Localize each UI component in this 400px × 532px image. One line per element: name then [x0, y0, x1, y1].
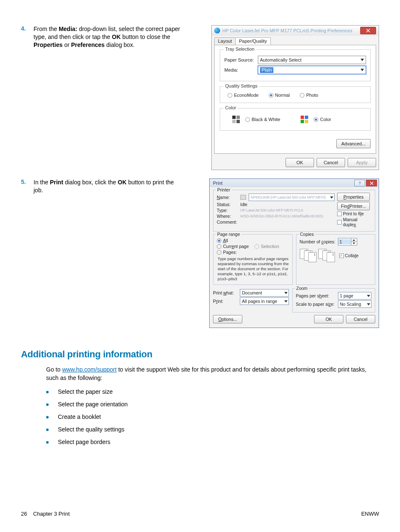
num-copies-spinner[interactable]: 1: [338, 238, 357, 245]
radio-icon: [269, 93, 273, 98]
radio-color[interactable]: Color: [314, 117, 331, 122]
zoom-legend: Zoom: [295, 286, 309, 291]
section-heading: Additional printing information: [21, 349, 379, 360]
cancel-button[interactable]: Cancel: [317, 158, 345, 167]
paper-source-value: Automatically Select: [260, 57, 301, 62]
pps-dropdown[interactable]: 1 page: [338, 292, 372, 300]
svg-rect-7: [305, 120, 308, 123]
bullet-icon: [46, 416, 49, 418]
ok-button[interactable]: OK: [286, 158, 314, 167]
bullet-list: Select the paper size Select the page or…: [46, 388, 379, 445]
radio-icon: [217, 238, 221, 243]
dlg2-title: Print: [213, 181, 223, 186]
hp-icon: [214, 28, 220, 34]
radio-bw[interactable]: Black & White: [245, 117, 280, 122]
name-label: Name:: [217, 195, 240, 200]
scale-dropdown[interactable]: No Scaling: [338, 300, 372, 308]
bullet-icon: [46, 441, 49, 444]
radio-icon: [255, 244, 259, 249]
zoom-group: Zoom Pages per sheet:1 page Scale to pap…: [292, 288, 376, 312]
manual-duplex-label: Manual duplex: [343, 217, 371, 227]
where-label: Where:: [217, 214, 240, 219]
chapter-label: Chapter 3 Print: [33, 511, 70, 517]
find-printer-button[interactable]: Find Printer...: [337, 202, 370, 210]
close-button[interactable]: [360, 27, 376, 34]
ok-button[interactable]: OK: [314, 315, 343, 323]
manual-duplex-checkbox[interactable]: [337, 220, 342, 225]
chevron-down-icon: [284, 300, 288, 302]
printer-name-dropdown[interactable]: NPI0514M8 (HP LaserJet 500 color MFP M57…: [249, 194, 335, 201]
chevron-down-icon: [284, 292, 288, 294]
radio-selection[interactable]: Selection: [255, 244, 279, 249]
pps-label: Pages per sheet:: [296, 293, 338, 298]
paper-source-dropdown[interactable]: Automatically Select: [258, 56, 366, 64]
chevron-up-icon: [353, 239, 355, 241]
tabstrip: Layout Paper/Quality: [212, 36, 379, 45]
chevron-down-icon: [361, 69, 364, 71]
close-button[interactable]: [366, 180, 377, 186]
type-value: HP LaserJet 500 color MFP M570 PCL6: [240, 208, 303, 212]
scale-label: Scale to paper size:: [296, 302, 338, 307]
list-item: Select page borders: [46, 439, 379, 445]
svg-rect-2: [232, 120, 236, 123]
advanced-button[interactable]: Advanced...: [336, 139, 371, 148]
media-dropdown[interactable]: Plain: [258, 66, 366, 74]
radio-economode[interactable]: EconoMode: [228, 93, 259, 98]
chevron-down-icon: [367, 295, 370, 297]
apply-button[interactable]: Apply: [348, 158, 376, 167]
close-icon: [370, 181, 374, 185]
chevron-down-icon: [361, 59, 364, 61]
tab-paper-quality[interactable]: Paper/Quality: [235, 37, 271, 45]
collate-checkbox[interactable]: [339, 253, 344, 258]
properties-button[interactable]: Properties: [337, 193, 370, 201]
radio-normal[interactable]: Normal: [269, 93, 290, 98]
radio-current-page[interactable]: Current page: [217, 244, 249, 249]
options-button[interactable]: Options...: [213, 315, 242, 323]
radio-all[interactable]: All: [217, 238, 289, 243]
tab-layout[interactable]: Layout: [214, 37, 236, 45]
list-item: Select the page orientation: [46, 401, 379, 408]
status-value: Idle: [240, 202, 247, 207]
radio-pages[interactable]: Pages:: [217, 250, 289, 255]
print-label: Print:: [213, 299, 240, 304]
svg-rect-3: [236, 120, 240, 123]
step5-text: In the Print dialog box, click the OK bu…: [34, 178, 184, 194]
paper-source-label: Paper Source:: [224, 57, 258, 62]
comment-label: Comment:: [217, 220, 240, 225]
help-button[interactable]: ?: [354, 180, 365, 186]
section-paragraph: Go to www.hp.com/support to visit the su…: [46, 366, 379, 382]
num-copies-label: Number of copies:: [300, 239, 335, 244]
collate-label: Collate: [345, 253, 359, 258]
pages-hint: Type page numbers and/or page ranges sep…: [217, 256, 289, 281]
svg-rect-0: [232, 116, 236, 119]
cancel-button[interactable]: Cancel: [346, 315, 375, 323]
media-value: Plain: [260, 67, 273, 73]
quality-settings-legend: Quality Settings: [223, 83, 259, 88]
bullet-icon: [46, 391, 49, 393]
support-link[interactable]: www.hp.com/support: [62, 366, 117, 373]
bw-icon: [232, 115, 240, 124]
dlg1-titlebar: HP Color LaserJet Pro MFP M177 PCLmS Pri…: [212, 26, 379, 36]
step4-text: From the Media: drop-down list, select t…: [34, 25, 184, 49]
chevron-down-icon: [353, 243, 355, 244]
radio-photo[interactable]: Photo: [300, 93, 318, 98]
collate-icon: 1: [308, 252, 317, 262]
color-legend: Color: [223, 105, 238, 110]
chevron-down-icon: [367, 303, 370, 305]
bullet-icon: [46, 429, 49, 431]
radio-icon: [217, 244, 221, 249]
printer-legend: Printer: [216, 187, 231, 192]
page-range-legend: Page range: [216, 232, 241, 237]
list-item: Select the paper size: [46, 388, 379, 395]
copies-legend: Copies: [299, 232, 315, 237]
print-to-file-checkbox[interactable]: [337, 212, 342, 216]
printing-preferences-dialog: HP Color LaserJet Pro MFP M177 PCLmS Pri…: [211, 25, 379, 170]
print-range-dropdown[interactable]: All pages in range: [240, 297, 289, 305]
color-group: Color Black & White Color: [220, 108, 371, 131]
step5-number: 5.: [21, 178, 34, 185]
close-icon: [366, 28, 370, 33]
media-label: Media:: [224, 67, 258, 72]
print-what-dropdown[interactable]: Document: [240, 289, 289, 297]
where-value: WSD-3cf451bc-28bd-4575-b11c-960ef5ad6c48…: [240, 214, 323, 218]
dlg2-titlebar: Print ?: [210, 179, 379, 187]
